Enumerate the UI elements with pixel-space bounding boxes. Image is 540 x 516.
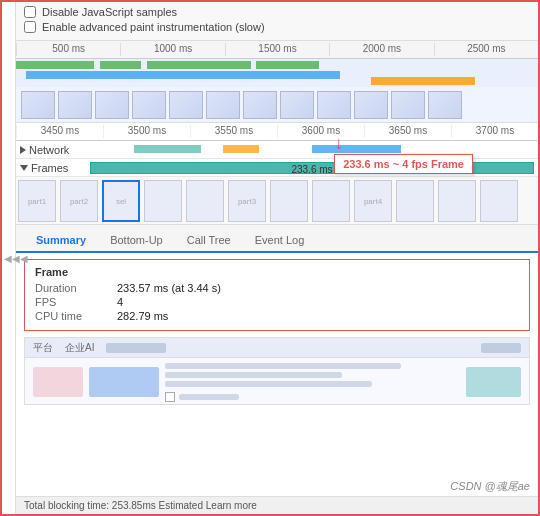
preview-nav-2: 企业AI	[65, 341, 94, 355]
network-bar-2	[223, 145, 259, 153]
network-collapse-icon	[20, 146, 26, 154]
frame-detail-10[interactable]	[396, 180, 434, 222]
preview-checkbox-icon	[165, 392, 175, 402]
timeline-ruler-top: 500 ms 1000 ms 1500 ms 2000 ms 2500 ms	[16, 41, 538, 59]
preview-line-1	[165, 363, 401, 369]
frames-collapse-icon	[20, 165, 28, 171]
summary-duration-row: Duration 233.57 ms (at 3.44 s)	[35, 282, 519, 294]
bar-orange	[371, 77, 475, 85]
timeline-bars[interactable]	[16, 59, 538, 87]
minimap-frame-5	[169, 91, 203, 119]
enable-paint-label: Enable advanced paint instrumentation (s…	[42, 21, 265, 33]
main-container: ◀◀◀ Disable JavaScript samples Enable ad…	[0, 0, 540, 516]
tooltip-arrow-container: ↓ 233.6 ms ~ 4 fps Frame	[334, 133, 343, 154]
preview-header: 平台 企业AI	[25, 338, 529, 358]
summary-title: Frame	[35, 266, 519, 278]
preview-blurred	[106, 343, 166, 353]
tick-3500: 3500 ms	[103, 125, 190, 138]
status-text: Total blocking time: 253.85ms Estimated …	[24, 500, 257, 511]
minimap-frame-7	[243, 91, 277, 119]
network-label: Network	[20, 144, 90, 156]
minimap-frame-10	[354, 91, 388, 119]
frames-label: Frames	[20, 162, 90, 174]
enable-paint-checkbox[interactable]	[24, 21, 36, 33]
tick-2000: 2000 ms	[329, 43, 433, 56]
bar-blue-main	[26, 71, 339, 79]
frame-detail-8[interactable]	[312, 180, 350, 222]
watermark: CSDN @魂尾ae	[450, 479, 530, 494]
tab-summary[interactable]: Summary	[24, 229, 98, 253]
left-sidebar: ◀◀◀	[2, 2, 16, 514]
frame-detail-5[interactable]	[186, 180, 224, 222]
duration-value: 233.57 ms (at 3.44 s)	[117, 282, 221, 294]
minimap-frame-2	[58, 91, 92, 119]
minimap-frame-1	[21, 91, 55, 119]
timeline-ruler-bottom: 3450 ms 3500 ms 3550 ms 3600 ms 3650 ms …	[16, 123, 538, 141]
frame-detail-3[interactable]: sel	[102, 180, 140, 222]
frame-detail-11[interactable]	[438, 180, 476, 222]
disable-js-checkbox[interactable]	[24, 6, 36, 18]
tick-1000: 1000 ms	[120, 43, 224, 56]
frame-detail-7[interactable]	[270, 180, 308, 222]
tick-3650: 3650 ms	[364, 125, 451, 138]
tab-call-tree[interactable]: Call Tree	[175, 229, 243, 253]
summary-cpu-row: CPU time 282.79 ms	[35, 310, 519, 322]
frame-detail-2[interactable]: part2	[60, 180, 98, 222]
bottom-status-bar: Total blocking time: 253.85ms Estimated …	[16, 496, 538, 514]
minimap-frame-3	[95, 91, 129, 119]
preview-nav-1: 平台	[33, 341, 53, 355]
preview-right-blurred	[481, 343, 521, 353]
enable-paint-row: Enable advanced paint instrumentation (s…	[24, 21, 530, 33]
preview-line-2	[165, 372, 342, 378]
frames-bar-value: 233.6 ms	[291, 164, 332, 175]
preview-checkbox-row	[165, 392, 460, 402]
minimap-frame-12	[428, 91, 462, 119]
tick-3450: 3450 ms	[16, 125, 103, 138]
minimap-frame-4	[132, 91, 166, 119]
bar-green-2	[100, 61, 142, 69]
duration-label: Duration	[35, 282, 105, 294]
tick-1500: 1500 ms	[225, 43, 329, 56]
bar-green-4	[256, 61, 319, 69]
minimap-frame-8	[280, 91, 314, 119]
bar-green-1	[16, 61, 94, 69]
tick-500: 500 ms	[16, 43, 120, 56]
red-arrow-icon: ↓	[334, 133, 343, 154]
frame-detail-4[interactable]	[144, 180, 182, 222]
frame-detail-12[interactable]	[480, 180, 518, 222]
frames-track[interactable]: Frames 233.6 ms ↓ 233.6 ms ~ 4 fps Frame	[16, 159, 538, 177]
tab-bottom-up[interactable]: Bottom-Up	[98, 229, 175, 253]
options-panel: Disable JavaScript samples Enable advanc…	[16, 2, 538, 41]
summary-panel: Frame Duration 233.57 ms (at 3.44 s) FPS…	[24, 259, 530, 331]
frames-track-content: 233.6 ms ↓ 233.6 ms ~ 4 fps Frame	[90, 161, 534, 175]
preview-block-blue	[89, 367, 159, 397]
network-bar-1	[134, 145, 201, 153]
tick-3700: 3700 ms	[451, 125, 538, 138]
frames-minimap	[16, 87, 538, 123]
minimap-frame-11	[391, 91, 425, 119]
summary-fps-row: FPS 4	[35, 296, 519, 308]
tick-3600: 3600 ms	[277, 125, 364, 138]
tab-event-log[interactable]: Event Log	[243, 229, 317, 253]
network-bar-3	[312, 145, 401, 153]
frame-detail-1[interactable]: part1	[18, 180, 56, 222]
preview-text-col	[165, 363, 460, 402]
disable-js-label: Disable JavaScript samples	[42, 6, 177, 18]
collapse-arrows[interactable]: ◀◀◀	[4, 253, 28, 264]
preview-checkbox-label	[179, 394, 239, 400]
fps-value: 4	[117, 296, 123, 308]
tabs-row: Summary Bottom-Up Call Tree Event Log	[16, 225, 538, 253]
preview-line-3	[165, 381, 372, 387]
website-preview: 平台 企业AI	[24, 337, 530, 405]
fps-label: FPS	[35, 296, 105, 308]
tick-2500: 2500 ms	[434, 43, 538, 56]
frame-detail-9[interactable]: part4	[354, 180, 392, 222]
tick-3550: 3550 ms	[190, 125, 277, 138]
cpu-label: CPU time	[35, 310, 105, 322]
minimap-frame-9	[317, 91, 351, 119]
disable-js-row: Disable JavaScript samples	[24, 6, 530, 18]
frame-tooltip: 233.6 ms ~ 4 fps Frame	[334, 154, 473, 174]
bar-green-3	[147, 61, 251, 69]
preview-content	[25, 358, 529, 405]
frame-detail-6[interactable]: part3	[228, 180, 266, 222]
